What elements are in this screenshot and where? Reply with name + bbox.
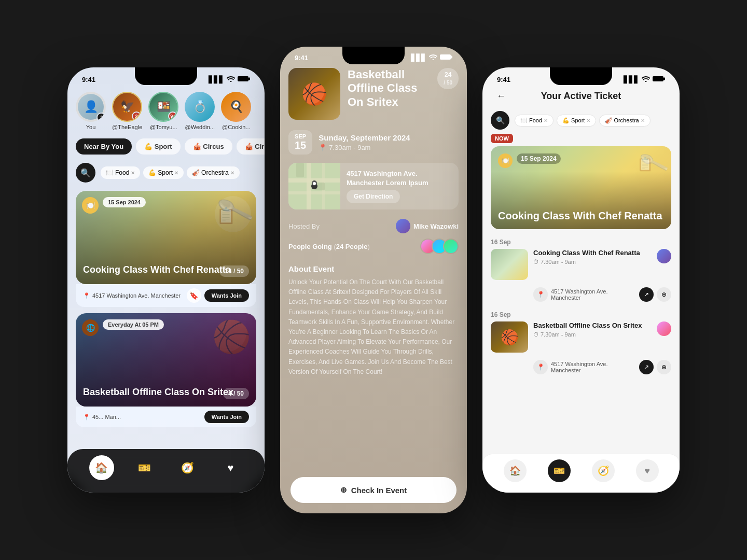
p3-search-btn[interactable]: 🔍 [491,111,509,130]
battery-icon-3 [653,76,665,83]
cooking-nav-btn[interactable]: ↗ [639,287,654,302]
signal-icon-1: ▋▋▋ [209,76,224,83]
tag-chips: 🍽️Food✕ 💪Sport✕ 🎻Orchestra✕ [101,166,240,179]
filter-circuss[interactable]: 🎪 Circuss [237,138,265,155]
p3-nav-ticket[interactable]: 🎫 [548,459,571,482]
hosted-row: Hosted By Mike Wazowki [280,214,467,239]
story-eagle[interactable]: 🦅 2 @TheEagle [112,92,142,130]
p3-tag-sport[interactable]: 💪Sport✕ [557,115,596,127]
signal-icon-2: ▋▋▋ [411,54,426,62]
wifi-icon-3 [642,76,650,83]
nav-home-1[interactable]: 🏠 [89,455,114,480]
notch-1 [135,67,197,85]
filter-circus[interactable]: 🎪 Circus [185,138,232,155]
tag-orchestra[interactable]: 🎻Orchestra✕ [187,166,240,179]
story-cooking[interactable]: 🍳 @Cookin... [221,92,251,130]
cooking-thumb [491,249,528,280]
nav-ticket-1[interactable]: 🎫 [132,455,157,480]
notch-3 [550,67,612,85]
tag-food[interactable]: 🍽️Food✕ [101,166,140,179]
tomyu-badge: 9+ [168,111,177,121]
basketball-loc-icon: 📍 [533,360,548,374]
eagle-badge: 2 [132,111,141,121]
cooking-location: 📍 4517 Washington Ave. Manchester [83,292,181,299]
get-direction-btn[interactable]: Get Direction [347,190,400,203]
nav-compass-1[interactable]: 🧭 [175,455,200,480]
filter-sport[interactable]: 💪 Sport [136,138,181,155]
map-preview [288,163,340,209]
filter-nearby[interactable]: Near By You [76,138,132,155]
now-row: NOW [491,134,671,143]
story-cooking-label: @Cookin... [222,124,251,130]
feat-date-badge: 🍽️ [498,153,513,168]
now-badge: NOW [491,134,513,143]
basketball-loc-text: 4517 Washington Ave. Manchester [551,361,636,373]
feat-content: Cooking Class With Chef Renatta [498,209,664,222]
phone-1: 9:41 ▋▋▋ 👤 + You [67,67,265,493]
map-address: 4517 Washington Ave. Manchester Lorem Ip… [347,169,452,188]
story-wedding[interactable]: 💍 @Weddin... [185,92,215,130]
basketball-item-time: ⏱ 7.30am - 9am [533,331,652,338]
svg-rect-9 [296,163,304,177]
avatar-3 [443,239,459,254]
p3-tag-orchestra[interactable]: 🎻Orchestra✕ [599,115,650,127]
ticket-events: NOW 🥄 📋 🍽️ 15 Sep 2024 Cooking Class Wit… [482,134,680,380]
basketball-join-btn[interactable]: Wants Join [204,411,249,423]
ticket-cooking-item[interactable]: Cooking Class With Chef Renatta ⏱ 7.30am… [491,249,671,280]
basketball-map-btn[interactable]: ⊕ [657,360,671,374]
cooking-card-bg: 🥄 📋 🍽️ 15 Sep 2024 Cooking Class With Ch… [76,191,256,284]
p3-nav-heart[interactable]: ♥ [636,459,659,482]
feat-title: Cooking Class With Chef Renatta [498,209,664,222]
cooking-loc-icon: 📍 [533,287,548,302]
story-you[interactable]: 👤 + You [76,92,106,130]
p3-nav-home[interactable]: 🏠 [504,459,527,482]
time-range: 📍 7.30am - 9am [319,144,459,151]
month-day: Sep 15 [288,130,312,155]
event-thumb-img: 🏀 [288,68,340,120]
basketball-loc-row: 📍 4517 Washington Ave. Manchester ↗ ⊕ [533,357,671,380]
phone-2-screen: 9:41 ▋▋▋ 🏀 Basketball Offline Class On S… [280,47,467,513]
search-button-1[interactable]: 🔍 [76,163,95,183]
p3-search-row: 🔍 🍽️Food✕ 💪Sport✕ 🎻Orchestra✕ [482,109,680,134]
p3-tag-food[interactable]: 🍽️Food✕ [515,115,554,127]
cooking-item-title: Cooking Class With Chef Renatta [533,249,652,258]
basketball-location-row: 📍 45... Man... Wants Join [76,407,256,427]
cooking-map-btn[interactable]: ⊕ [657,287,671,302]
time-2: 9:41 [295,54,308,62]
svg-rect-14 [653,76,663,81]
map-card: 4517 Washington Ave. Manchester Lorem Ip… [288,163,459,209]
p3-tags: 🍽️Food✕ 💪Sport✕ 🎻Orchestra✕ [515,115,651,127]
wifi-icon-1 [227,76,235,83]
cooking-event-card[interactable]: 🥄 📋 🍽️ 15 Sep 2024 Cooking Class With Ch… [76,191,256,307]
nav-heart-1[interactable]: ♥ [218,455,243,480]
battery-icon-2 [440,54,452,62]
basketball-card-bg: 🏀 🌐 Everyday At 05 PM Basketball Offline… [76,313,256,407]
ticket-header: ← Your Active Ticket [482,83,680,109]
cooking-bookmark[interactable]: 🔖 [187,288,201,303]
svg-point-13 [313,182,316,185]
checkin-icon: ⊕ [340,485,347,495]
cooking-item-info: Cooking Class With Chef Renatta ⏱ 7.30am… [533,249,652,265]
story-tomyu[interactable]: 🍱 9+ @Tomyu... [148,92,178,130]
story-wedding-label: @Weddin... [185,124,215,130]
basketball-location: 📍 45... Man... [83,414,121,421]
tag-sport[interactable]: 💪Sport✕ [143,166,184,179]
cooking-join-btn[interactable]: Wants Join [204,289,249,302]
featured-card[interactable]: 🥄 📋 🍽️ 15 Sep 2024 Cooking Class With Ch… [491,146,671,229]
basketball-event-card[interactable]: 🏀 🌐 Everyday At 05 PM Basketball Offline… [76,313,256,427]
back-button[interactable]: ← [493,88,509,105]
phone-3-screen: 9:41 ▋▋▋ ← Your Active Ticket 🔍 🍽️Food✕ [482,67,680,493]
check-in-btn[interactable]: ⊕ Check In Event [290,477,457,503]
svg-rect-6 [288,191,340,194]
about-section: About Event Unlock Your Potential On The… [280,259,467,382]
people-label: People Going (24 People) [288,243,370,250]
basketball-item-info: Basketball Offline Class On Sritex ⏱ 7.3… [533,321,652,338]
basketball-nav-btn[interactable]: ↗ [639,360,654,374]
events-list: 🥄 📋 🍽️ 15 Sep 2024 Cooking Class With Ch… [67,187,265,431]
basketball-counter: 4 / 50 [223,388,249,399]
ticket-basketball-item[interactable]: 🏀 Basketball Offline Class On Sritex ⏱ 7… [491,321,671,353]
event-detail-title: Basketball Offline Class On Sritex [348,68,430,109]
cooking-loc-text: 4517 Washington Ave. Manchester [551,288,636,301]
p3-bottom-nav: 🏠 🎫 🧭 ♥ [482,454,680,493]
p3-nav-compass[interactable]: 🧭 [592,459,615,482]
